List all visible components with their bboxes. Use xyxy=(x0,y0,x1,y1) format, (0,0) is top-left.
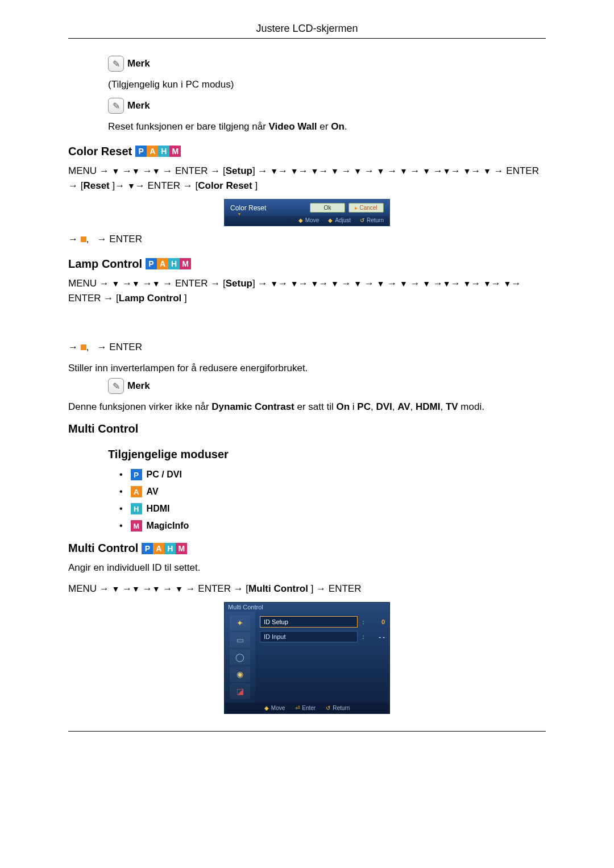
mode-pc-dvi: P PC / DVI xyxy=(119,469,546,480)
osd-multi-hint-enter: Enter xyxy=(295,705,316,711)
orange-square-icon xyxy=(81,236,86,242)
mode-h-icon: H xyxy=(164,543,176,554)
mode-a-icon: A xyxy=(153,543,164,554)
nav-after-color-reset: → , → ENTER xyxy=(68,232,546,247)
osd-cancel-button[interactable]: Cancel xyxy=(349,203,384,213)
header-rule xyxy=(68,38,546,39)
section-lamp-control: Lamp Control P A H M xyxy=(68,258,546,271)
osd-hints: Move Adjust Return xyxy=(225,216,389,226)
mode-magicinfo-label: MagicInfo xyxy=(147,521,189,531)
multi-control-2-heading: Multi Control xyxy=(68,542,138,555)
osd-multi-head: Multi Control xyxy=(225,603,389,612)
mode-h-icon: H xyxy=(158,146,169,157)
mode-av-label: AV xyxy=(147,487,159,497)
orange-square-icon xyxy=(81,344,86,350)
osd-sidebar: ✦ ▭ ◯ ◉ ◪ xyxy=(225,612,255,703)
merk-label: Merk xyxy=(127,380,150,392)
mode-m-icon: M xyxy=(169,146,181,157)
pahm-badge: P A H M xyxy=(146,258,191,269)
modes-list: P PC / DVI A AV H HDMI M MagicInfo xyxy=(108,469,546,531)
osd-colon: : xyxy=(362,618,364,625)
osd-ok-button[interactable]: Ok xyxy=(310,203,345,213)
osd-side-icon-1[interactable]: ✦ xyxy=(230,615,250,631)
mode-p-icon: P xyxy=(146,258,157,269)
nav-after-lamp: → , → ENTER xyxy=(68,340,546,355)
osd-hint-adjust: Adjust xyxy=(328,217,351,223)
mode-magicinfo: M MagicInfo xyxy=(119,520,546,531)
osd-colon: : xyxy=(362,633,364,640)
pahm-badge: P A H M xyxy=(135,146,181,157)
osd-color-reset-title: Color Reset ▾ xyxy=(230,204,266,212)
osd-multi-control: Multi Control ✦ ▭ ◯ ◉ ◪ ID Setup : 0 xyxy=(224,602,390,714)
merk-label: Merk xyxy=(127,100,150,111)
merk-label: Merk xyxy=(127,58,150,69)
mode-m-icon: M xyxy=(180,258,191,269)
lamp-desc: Stiller inn inverterlampen for å reduser… xyxy=(68,361,546,376)
osd-hint-return: Return xyxy=(360,217,384,223)
osd-id-setup-field[interactable]: ID Setup xyxy=(260,616,358,628)
mode-h-icon: H xyxy=(131,503,142,514)
section-multi-control-2: Multi Control P A H M xyxy=(68,542,546,555)
pc-only-text: (Tilgjengelig kun i PC modus) xyxy=(108,77,546,92)
mode-m-icon: M xyxy=(176,543,187,554)
color-reset-heading: Color Reset xyxy=(68,145,132,158)
mode-a-icon: A xyxy=(131,486,142,497)
osd-side-icon-3[interactable]: ◯ xyxy=(230,649,250,665)
osd-id-input-row[interactable]: ID Input : - - xyxy=(260,631,385,642)
lamp-control-heading: Lamp Control xyxy=(68,258,142,271)
osd-id-setup-value: 0 xyxy=(369,618,385,625)
mode-av: A AV xyxy=(119,486,546,497)
osd-color-reset: Color Reset ▾ Ok Cancel Move Adjust Retu… xyxy=(224,199,390,226)
lamp-note: Denne funksjonen virker ikke når Dynamic… xyxy=(68,400,546,414)
mode-hdmi-label: HDMI xyxy=(147,504,170,514)
nav-color-reset: MENU → ▼ →▼ →▼ → ENTER → [Setup] → ▼→ ▼→… xyxy=(68,164,546,194)
osd-multi-hint-move: Move xyxy=(264,705,285,711)
note-icon: ✎ xyxy=(108,56,124,72)
note-merk-2: ✎ Merk xyxy=(108,98,546,114)
section-multi-control: Multi Control xyxy=(68,422,546,435)
osd-multi-hints: Move Enter Return xyxy=(225,703,389,713)
note-merk-1: ✎ Merk xyxy=(108,56,546,72)
mode-pc-dvi-label: PC / DVI xyxy=(147,470,182,480)
mode-p-icon: P xyxy=(131,469,142,480)
mode-p-icon: P xyxy=(142,543,153,554)
osd-id-input-value: - - xyxy=(369,633,385,640)
pahm-badge: P A H M xyxy=(142,543,187,554)
multi-control-heading: Multi Control xyxy=(68,422,138,435)
page-header-title: Justere LCD-skjermen xyxy=(0,23,614,35)
osd-side-icon-4[interactable]: ◉ xyxy=(230,666,250,682)
section-color-reset: Color Reset P A H M xyxy=(68,145,546,158)
mode-h-icon: H xyxy=(168,258,180,269)
mode-hdmi: H HDMI xyxy=(119,503,546,514)
mode-m-icon: M xyxy=(131,520,142,531)
nav-lamp-control: MENU → ▼ →▼ →▼ → ENTER → [Setup] → ▼→ ▼→… xyxy=(68,276,546,306)
osd-hint-move: Move xyxy=(298,217,319,223)
available-modes-heading: Tilgjengelige moduser xyxy=(108,448,546,461)
osd-multi-hint-return: Return xyxy=(326,705,350,711)
note-merk-3: ✎ Merk xyxy=(108,378,546,394)
multi-desc: Angir en individuell ID til settet. xyxy=(68,560,546,575)
osd-id-setup-row[interactable]: ID Setup : 0 xyxy=(260,616,385,628)
reset-only-text: Reset funksjonen er bare tilgjeng når Vi… xyxy=(108,119,546,134)
mode-p-icon: P xyxy=(135,146,147,157)
mode-a-icon: A xyxy=(157,258,168,269)
osd-id-input-field[interactable]: ID Input xyxy=(260,631,358,642)
note-icon: ✎ xyxy=(108,98,124,114)
osd-side-icon-2[interactable]: ▭ xyxy=(230,632,250,648)
osd-side-icon-5[interactable]: ◪ xyxy=(230,683,250,699)
mode-a-icon: A xyxy=(147,146,158,157)
nav-multi-control: MENU → ▼ →▼ →▼ → ▼ → ENTER → [Multi Cont… xyxy=(68,582,546,596)
footer-rule xyxy=(68,731,546,732)
note-icon: ✎ xyxy=(108,378,124,394)
